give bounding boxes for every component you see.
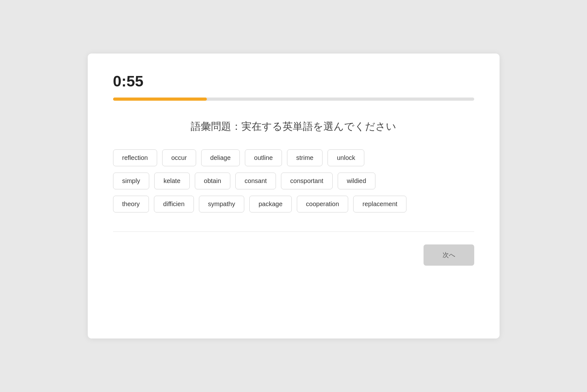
word-unlock[interactable]: unlock bbox=[328, 149, 364, 166]
next-button[interactable]: 次へ bbox=[424, 244, 474, 266]
word-outline[interactable]: outline bbox=[245, 149, 282, 166]
word-package[interactable]: package bbox=[249, 196, 292, 212]
timer-display: 0:55 bbox=[113, 73, 474, 90]
word-theory[interactable]: theory bbox=[113, 196, 149, 212]
word-kelate[interactable]: kelate bbox=[154, 173, 189, 189]
words-row-3: theory difficien sympathy package cooper… bbox=[113, 196, 474, 212]
word-cooperation[interactable]: cooperation bbox=[297, 196, 348, 212]
word-simply[interactable]: simply bbox=[113, 173, 150, 189]
word-replacement[interactable]: replacement bbox=[353, 196, 406, 212]
word-occur[interactable]: occur bbox=[162, 149, 196, 166]
progress-bar-container bbox=[113, 98, 474, 101]
word-consant[interactable]: consant bbox=[235, 173, 276, 189]
word-difficien[interactable]: difficien bbox=[154, 196, 194, 212]
word-wildied[interactable]: wildied bbox=[338, 173, 375, 189]
word-deliage[interactable]: deliage bbox=[201, 149, 240, 166]
word-strime[interactable]: strime bbox=[287, 149, 322, 166]
word-sympathy[interactable]: sympathy bbox=[199, 196, 245, 212]
words-row-2: simply kelate obtain consant consportant… bbox=[113, 173, 474, 189]
quiz-card: 0:55 語彙問題：実在する英単語を選んでください reflection occ… bbox=[88, 54, 500, 338]
word-consportant[interactable]: consportant bbox=[281, 173, 333, 189]
divider bbox=[113, 231, 474, 232]
question-title: 語彙問題：実在する英単語を選んでください bbox=[113, 120, 474, 134]
bottom-bar: 次へ bbox=[113, 244, 474, 266]
progress-bar-fill bbox=[113, 98, 207, 101]
words-grid: reflection occur deliage outline strime … bbox=[113, 149, 474, 212]
word-obtain[interactable]: obtain bbox=[195, 173, 231, 189]
words-row-1: reflection occur deliage outline strime … bbox=[113, 149, 474, 166]
word-reflection[interactable]: reflection bbox=[113, 149, 157, 166]
